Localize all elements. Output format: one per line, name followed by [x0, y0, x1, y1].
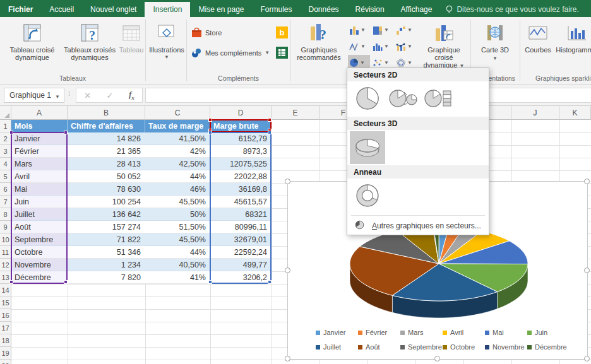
table-header-cell[interactable]: Chiffre d'affaires [68, 120, 145, 132]
table-header-cell[interactable]: Marge brute [210, 120, 272, 132]
ribbon-tab-mise-en-page[interactable]: Mise en page [190, 2, 252, 17]
ribbon-tab-données[interactable]: Données [301, 2, 347, 17]
select-all-button[interactable] [0, 106, 11, 120]
table-cell[interactable]: 42,50% [145, 158, 210, 170]
table-cell[interactable]: 22022,88 [210, 170, 272, 183]
insert-hierarchy-chart-button[interactable]: ▼ [371, 22, 393, 38]
table-cell[interactable]: Décembre [11, 271, 68, 284]
table-cell[interactable]: 50 052 [68, 170, 145, 183]
row-header-17[interactable]: 17 [0, 322, 11, 334]
table-cell[interactable]: 46% [145, 183, 210, 196]
table-cell[interactable]: Mars [11, 158, 68, 170]
row-header-4[interactable]: 4 [0, 158, 11, 170]
table-cell[interactable]: 8973,3 [210, 145, 272, 158]
ribbon-tab-révision[interactable]: Révision [347, 2, 393, 17]
table-cell[interactable]: Janvier [11, 132, 68, 145]
cancel-entry-icon[interactable]: ✕ [84, 91, 91, 100]
table-header-cell[interactable]: Mois [11, 120, 68, 132]
table-button[interactable]: Tableau [117, 20, 145, 74]
legend-item[interactable]: Août [358, 343, 380, 351]
formula-bar-splitter[interactable]: ⁞ [68, 90, 70, 97]
column-header-D[interactable]: D [210, 106, 272, 120]
ribbon-tab-nouvel-onglet[interactable]: Nouvel onglet [82, 2, 145, 17]
store-button[interactable]: Store [191, 27, 222, 38]
table-cell[interactable]: 42% [145, 145, 210, 158]
legend-item[interactable]: Février [358, 329, 387, 336]
row-header-10[interactable]: 10 [0, 233, 11, 246]
table-cell[interactable]: 157 274 [68, 221, 145, 233]
table-cell[interactable]: Octobre [11, 246, 68, 259]
ribbon-tab-formules[interactable]: Formules [253, 2, 301, 17]
table-cell[interactable]: 6152,79 [210, 132, 272, 145]
table-cell[interactable]: 7 820 [68, 271, 145, 284]
table-cell[interactable]: 44% [145, 246, 210, 259]
table-cell[interactable]: Novembre [11, 259, 68, 271]
column-header-J[interactable]: J [511, 106, 559, 120]
insert-statistic-chart-button[interactable]: ▼ [371, 38, 393, 54]
table-cell[interactable]: 51,50% [145, 221, 210, 233]
row-header-16[interactable]: 16 [0, 309, 11, 322]
column-header-E[interactable]: E [272, 106, 319, 120]
table-cell[interactable]: 12075,525 [210, 158, 272, 170]
chart-resize-handle[interactable] [285, 356, 290, 361]
row-header-20[interactable]: 20 [0, 360, 11, 364]
row-header-15[interactable]: 15 [0, 296, 11, 309]
table-cell[interactable]: 71 822 [68, 233, 145, 246]
row-header-3[interactable]: 3 [0, 145, 11, 158]
table-cell[interactable]: 51 346 [68, 246, 145, 259]
insert-function-icon[interactable]: fx [129, 90, 134, 101]
more-pie-charts-item[interactable]: Autres graphiques en secteurs... [347, 217, 489, 235]
insert-line-chart-button[interactable]: ▼ [348, 38, 370, 54]
pie-3d-option[interactable] [350, 131, 385, 164]
chart-resize-handle[interactable] [285, 267, 290, 273]
table-cell[interactable]: 41% [145, 271, 210, 284]
sparkline-line-button[interactable]: Courbes [523, 20, 553, 74]
name-box[interactable]: Graphique 1 ▼ [4, 88, 64, 103]
row-header-19[interactable]: 19 [0, 347, 11, 360]
column-header-C[interactable]: C [145, 106, 210, 120]
insert-combo-chart-button[interactable]: ▼ [395, 38, 417, 54]
row-header-7[interactable]: 7 [0, 196, 11, 208]
legend-item[interactable]: Mars [400, 329, 423, 336]
legend-item[interactable]: Novembre [485, 343, 525, 351]
legend-item[interactable]: Septembre [400, 343, 442, 351]
table-cell[interactable]: 44% [145, 170, 210, 183]
row-header-2[interactable]: 2 [0, 132, 11, 145]
illustrations-button[interactable]: Illustrations ▼ [149, 20, 184, 74]
table-cell[interactable]: Août [11, 221, 68, 233]
legend-item[interactable]: Mai [485, 329, 504, 336]
legend-item[interactable]: Avril [443, 329, 463, 336]
pivot-table-button[interactable]: Tableau croisé dynamique [3, 20, 62, 74]
table-cell[interactable]: 22592,24 [210, 246, 272, 259]
map-3d-button[interactable]: Carte 3D▼ [475, 20, 515, 74]
pivot-tables-button[interactable]: ? Tableaux croisés dynamiques [62, 20, 117, 74]
table-cell[interactable]: 45,50% [145, 233, 210, 246]
table-cell[interactable]: 50% [145, 208, 210, 221]
row-header-14[interactable]: 14 [0, 284, 11, 296]
chart-resize-handle[interactable] [584, 179, 590, 184]
addin-sheet-icon[interactable] [276, 47, 288, 59]
row-header-12[interactable]: 12 [0, 259, 11, 271]
table-cell[interactable]: 3206,2 [210, 271, 272, 284]
row-header-6[interactable]: 6 [0, 183, 11, 196]
table-cell[interactable]: 45615,57 [210, 196, 272, 208]
ribbon-tab-accueil[interactable]: Accueil [41, 2, 82, 17]
tell-me-box[interactable]: Dites-nous ce que vous voulez faire. [440, 2, 583, 17]
table-cell[interactable]: 36169,8 [210, 183, 272, 196]
row-header-9[interactable]: 9 [0, 221, 11, 233]
table-cell[interactable]: 40,50% [145, 259, 210, 271]
row-header-11[interactable]: 11 [0, 246, 11, 259]
row-header-1[interactable]: 1 [0, 120, 11, 132]
table-cell[interactable]: 80996,11 [210, 221, 272, 233]
row-header-8[interactable]: 8 [0, 208, 11, 221]
pivot-chart-button[interactable]: Graphique croisé dynamique ▼ [419, 20, 469, 74]
insert-waterfall-chart-button[interactable]: ▼ [395, 22, 417, 38]
table-cell[interactable]: 136 642 [68, 208, 145, 221]
table-cell[interactable]: Juin [11, 196, 68, 208]
legend-item[interactable]: Juillet [316, 343, 341, 351]
table-cell[interactable]: 21 365 [68, 145, 145, 158]
column-header-A[interactable]: A [11, 106, 68, 120]
confirm-entry-icon[interactable]: ✓ [107, 91, 114, 100]
chart-resize-handle[interactable] [584, 267, 590, 273]
table-cell[interactable]: 32679,01 [210, 233, 272, 246]
